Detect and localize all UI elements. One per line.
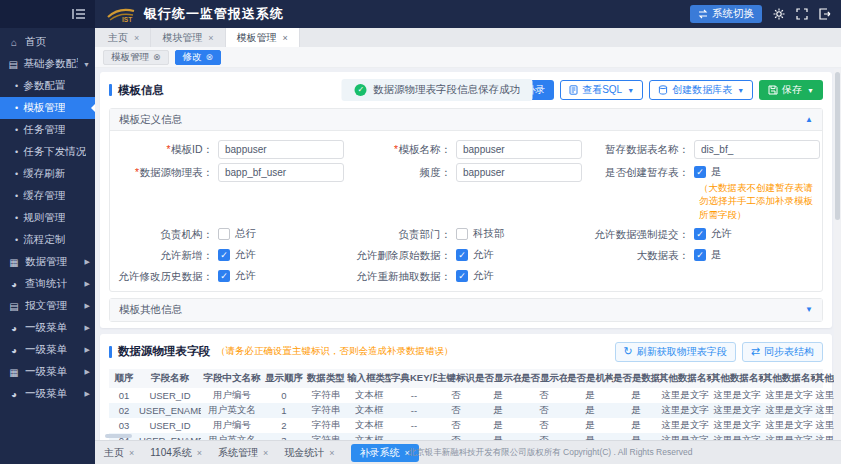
table-row[interactable]: 03USER_ID用户编号2字符串文本框--否是否是是这里是文字这里是文字这里是… xyxy=(109,418,823,433)
close-icon[interactable]: × xyxy=(263,448,268,458)
field-control xyxy=(218,140,344,159)
sidebar-item-task-mgmt[interactable]: •任务管理 xyxy=(0,119,95,141)
column-header: 其他数据名称 xyxy=(659,372,711,385)
sidebar-item-cache-mgmt[interactable]: •缓存管理 xyxy=(0,185,95,207)
responsible-dept-checkbox[interactable] xyxy=(456,228,468,240)
table-cell: USER_ENAME xyxy=(139,405,201,416)
tab-模板管理[interactable]: 模板管理× xyxy=(226,28,300,47)
system-switch-button[interactable]: 系统切换 xyxy=(690,5,762,23)
taskbar-window-label: 系统管理 xyxy=(218,446,258,460)
sidebar-item-home[interactable]: ⌂首页 xyxy=(0,31,95,53)
fields-table-body: 01USER_ID用户编号0字符串文本框--否是否是是这里是文字这里是文字这里是… xyxy=(109,388,823,440)
template-id-input[interactable] xyxy=(218,140,344,159)
sidebar-header xyxy=(0,0,95,28)
collapse-down-icon[interactable]: ▼ xyxy=(805,305,813,314)
tab-主页[interactable]: 主页× xyxy=(97,28,151,47)
responsible-org-checkbox[interactable] xyxy=(218,228,230,240)
field-allow-delete-original: 允许删除原始数据：✓允许 xyxy=(348,244,586,265)
refresh-icon: ↻ xyxy=(624,346,633,357)
fields-header: 数据源物理表字段 （请务必正确设置主键标识，否则会造成补录数据错误） ↻ 刷新获… xyxy=(109,340,823,364)
sidebar-item-process-custom[interactable]: •流程定制 xyxy=(0,229,95,251)
vertical-scrollbar[interactable] xyxy=(834,69,841,440)
settings-gear-icon[interactable] xyxy=(773,8,785,20)
table-row[interactable]: 02USER_ENAME用户英文名1字符串文本框--否是否是是这里是文字这里是文… xyxy=(109,403,823,418)
source-physical-table-input[interactable] xyxy=(218,163,344,182)
save-button[interactable]: 保存 ▼ xyxy=(759,80,823,100)
sidebar-item-menu-level1-c[interactable]: ▦一级菜单▶ xyxy=(0,361,95,383)
field-label: 频度： xyxy=(348,163,451,180)
menu-collapse-icon[interactable] xyxy=(72,8,86,20)
sync-structure-button[interactable]: ⇄ 同步表结构 xyxy=(742,342,823,362)
big-data-table-checkbox[interactable]: ✓ xyxy=(694,249,706,261)
table-row[interactable]: 01USER_ID用户编号0字符串文本框--否是否是是这里是文字这里是文字这里是… xyxy=(109,388,823,403)
logout-icon[interactable] xyxy=(819,8,831,20)
tab-label: 主页 xyxy=(108,31,128,45)
sidebar-item-rule-mgmt[interactable]: •规则管理 xyxy=(0,207,95,229)
field-label: *模板名称： xyxy=(348,140,451,157)
field-responsible-org: 负责机构：总行 xyxy=(110,223,348,244)
close-icon[interactable]: × xyxy=(329,448,334,458)
taskbar-window-系统管理[interactable]: 系统管理× xyxy=(218,446,268,460)
sidebar-item-cache-refresh[interactable]: •缓存刷新 xyxy=(0,163,95,185)
close-circle-icon[interactable]: ⊗ xyxy=(206,52,214,62)
column-header: 顺序 xyxy=(109,372,139,385)
staging-table-name-input[interactable] xyxy=(694,140,820,159)
allow-force-submit-checkbox[interactable]: ✓ xyxy=(694,228,706,240)
taskbar-window-1104系统[interactable]: 1104系统× xyxy=(150,446,202,460)
close-icon[interactable]: × xyxy=(134,33,139,43)
table-row[interactable]: 04USER_ENAME用户英文名3字符串文本框--否是否是是这里是文字这里是文… xyxy=(109,433,823,440)
field-control: ✓允许 xyxy=(456,267,582,283)
chevron-right-icon: ▶ xyxy=(85,324,90,332)
close-icon[interactable]: × xyxy=(129,448,134,458)
sidebar-item-template-mgmt[interactable]: •模板管理 xyxy=(0,97,95,119)
vertical-scrollbar-thumb[interactable] xyxy=(835,72,840,220)
tab-模块管理[interactable]: 模块管理× xyxy=(151,28,225,47)
create-db-table-button[interactable]: 创建数据库表 ▼ xyxy=(649,80,753,100)
refresh-fields-button[interactable]: ↻ 刷新获取物理表字段 xyxy=(615,342,736,362)
section-title-template-info: 模板信息 xyxy=(109,83,164,98)
sidebar-item-menu-level1-b[interactable]: ◕一级菜单▶ xyxy=(0,339,95,361)
fullscreen-icon[interactable] xyxy=(796,8,808,20)
chevron-right-icon: ▶ xyxy=(85,368,90,376)
allow-add-checkbox[interactable]: ✓ xyxy=(218,249,230,261)
template-definition-header[interactable]: 模板定义信息 ▲ xyxy=(110,109,822,131)
allow-delete-original-checkbox[interactable]: ✓ xyxy=(456,249,468,261)
sidebar-item-param-config[interactable]: •参数配置 xyxy=(0,75,95,97)
table-cell: 这里是文字 xyxy=(659,404,711,417)
allow-re-extract-checkbox[interactable]: ✓ xyxy=(456,270,468,282)
home-icon: ⌂ xyxy=(8,37,20,48)
horizontal-scrollbar-thumb[interactable] xyxy=(105,434,132,438)
field-label: 负责机构： xyxy=(110,225,213,242)
taskbar-window-现金统计[interactable]: 现金统计× xyxy=(284,446,334,460)
frequency-input[interactable] xyxy=(456,163,582,182)
chevron-right-icon: ▶ xyxy=(85,280,90,288)
sidebar-item-base-params[interactable]: ▤基础参数配置▼ xyxy=(0,53,95,75)
crumb-tag-修改[interactable]: 修改⊗ xyxy=(175,50,222,65)
taskbar-window-主页[interactable]: 主页× xyxy=(104,446,134,460)
sidebar-item-message-mgmt[interactable]: ▤报文管理▶ xyxy=(0,295,95,317)
sidebar-item-data-mgmt[interactable]: ▦数据管理▶ xyxy=(0,251,95,273)
close-circle-icon[interactable]: ⊗ xyxy=(153,52,161,62)
view-sql-button[interactable]: 查看SQL ▼ xyxy=(560,80,643,100)
field-label: 是否创建暂存表： xyxy=(586,163,689,180)
close-icon[interactable]: × xyxy=(208,33,213,43)
field-label: 允许删除原始数据： xyxy=(348,246,451,263)
collapse-up-icon[interactable]: ▲ xyxy=(805,115,813,124)
sidebar-item-label: 缓存管理 xyxy=(23,189,65,203)
table-cell: 否 xyxy=(437,419,475,432)
sidebar-item-menu-level1-d[interactable]: ◕一级菜单▶ xyxy=(0,383,95,405)
table-cell: 字符串 xyxy=(305,404,347,417)
template-other-header[interactable]: 模板其他信息 ▼ xyxy=(110,299,822,321)
create-staging-table-checkbox[interactable]: ✓ xyxy=(694,166,706,178)
close-icon[interactable]: × xyxy=(197,448,202,458)
sidebar-item-query-stats[interactable]: ◕查询统计▶ xyxy=(0,273,95,295)
sidebar-item-menu-level1-a[interactable]: ◕一级菜单▶ xyxy=(0,317,95,339)
crumb-tag-模板管理[interactable]: 模板管理⊗ xyxy=(103,50,169,65)
table-cell: 这里是文字 xyxy=(763,389,815,402)
template-name-input[interactable] xyxy=(456,140,582,159)
allow-edit-history-checkbox[interactable]: ✓ xyxy=(218,270,230,282)
table-cell: -- xyxy=(391,390,437,401)
sidebar-item-task-dispatch[interactable]: •任务下发情况 xyxy=(0,141,95,163)
table-cell: -- xyxy=(391,405,437,416)
close-icon[interactable]: × xyxy=(283,33,288,43)
